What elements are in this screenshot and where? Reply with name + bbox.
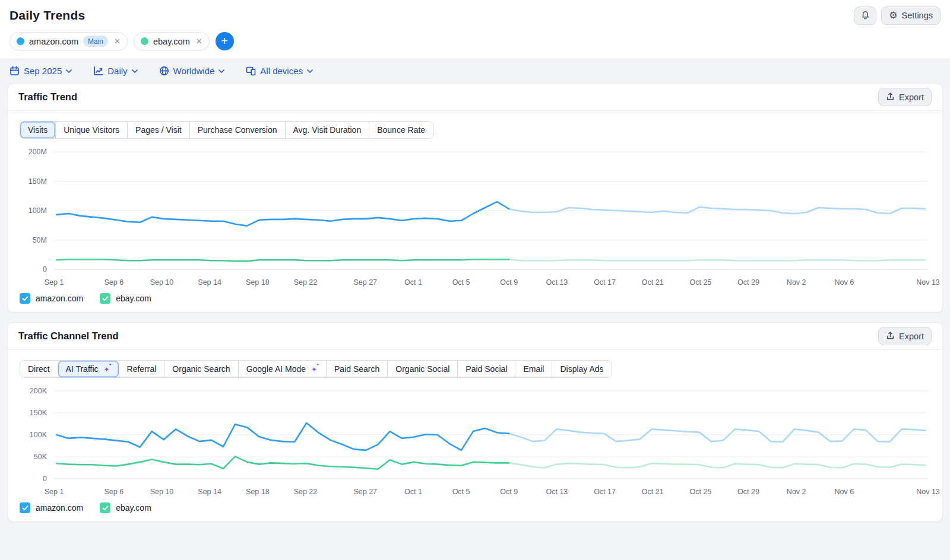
domain-chip[interactable]: ebay.com ✕ — [134, 32, 210, 50]
tab-label: Organic Search — [172, 364, 230, 374]
series-line-amazon.com — [56, 202, 509, 226]
legend-item[interactable]: ebay.com — [100, 502, 151, 513]
x-axis-tick: Sep 22 — [294, 278, 318, 287]
filter-label: Sep 2025 — [24, 66, 62, 76]
tab-organic-social[interactable]: Organic Social — [387, 361, 457, 377]
tab-unique-visitors[interactable]: Unique Visitors — [55, 122, 127, 138]
daily-trends-page: Daily Trends ⚙ Settings amazon.com Main … — [0, 0, 950, 522]
export-label: Export — [899, 332, 924, 341]
x-axis-tick: Sep 6 — [104, 278, 124, 287]
plus-icon: + — [221, 35, 228, 47]
x-axis-tick: Oct 29 — [737, 278, 759, 287]
series-line-ebay.com — [56, 259, 509, 261]
filter-dropdown[interactable]: Daily — [93, 66, 137, 76]
add-domain-button[interactable]: + — [216, 32, 234, 50]
filter-label: All devices — [260, 66, 303, 76]
traffic-trend-chart: 050M100M150M200M Sep 1Sep 6Sep 10Sep 14S… — [8, 146, 942, 289]
y-axis-tick: 150M — [28, 177, 47, 186]
x-axis-tick: Oct 1 — [404, 278, 422, 287]
series-line-ebay.com — [509, 259, 926, 260]
tab-label: Paid Social — [466, 364, 507, 374]
x-axis-tick: Oct 5 — [452, 488, 470, 496]
traffic-channel-trend-chart: 050K100K150K200K Sep 1Sep 6Sep 10Sep 14S… — [8, 385, 942, 499]
x-axis-tick: Sep 1 — [45, 488, 64, 496]
devices-icon — [246, 66, 256, 76]
legend-item[interactable]: ebay.com — [100, 293, 151, 304]
x-axis-tick: Oct 9 — [500, 278, 518, 287]
x-axis: Sep 1Sep 6Sep 10Sep 14Sep 18Sep 22Sep 27… — [54, 274, 928, 289]
page-header: Daily Trends ⚙ Settings amazon.com Main … — [0, 0, 950, 58]
filters-bar: Sep 2025 Daily Worldwide All devices — [0, 58, 950, 83]
tab-label: Email — [523, 364, 544, 374]
series-line-amazon.com — [509, 429, 926, 441]
tab-purchase-conversion[interactable]: Purchase Conversion — [189, 122, 285, 138]
traffic-trend-card: Traffic Trend Export Visits Unique Visit… — [7, 83, 943, 313]
tab-paid-social[interactable]: Paid Social — [457, 361, 515, 377]
chart-plot-area[interactable] — [54, 146, 928, 274]
chevron-down-icon — [307, 69, 313, 73]
x-axis-tick: Sep 14 — [198, 278, 221, 287]
y-axis-tick: 150K — [30, 408, 47, 418]
tab-bounce-rate[interactable]: Bounce Rate — [369, 122, 433, 138]
tab-visits[interactable]: Visits — [20, 122, 55, 138]
traffic-channel-trend-card: Traffic Channel Trend Export Direct AI T… — [7, 322, 943, 522]
tab-label: Paid Search — [334, 364, 379, 374]
export-icon — [886, 331, 895, 342]
x-axis-tick: Oct 17 — [594, 278, 616, 287]
x-axis-tick: Oct 13 — [546, 488, 568, 496]
series-line-amazon.com — [56, 423, 509, 450]
ai-sparkle-icon: ✦✦ — [103, 365, 111, 373]
export-button[interactable]: Export — [878, 88, 932, 106]
legend-label: ebay.com — [116, 503, 151, 513]
series-line-ebay.com — [509, 463, 926, 467]
domain-chips-row: amazon.com Main ✕ ebay.com ✕ + — [10, 32, 940, 50]
x-axis-tick: Nov 2 — [787, 278, 806, 287]
x-axis-tick: Nov 2 — [787, 488, 806, 496]
x-axis-tick: Oct 17 — [594, 488, 616, 496]
legend-label: amazon.com — [36, 503, 83, 513]
filter-dropdown[interactable]: All devices — [246, 66, 313, 76]
tab-pages-visit[interactable]: Pages / Visit — [127, 122, 189, 138]
tab-ai-traffic[interactable]: AI Traffic ✦✦ — [58, 361, 119, 377]
notifications-button[interactable] — [854, 7, 876, 25]
checkbox-icon[interactable] — [20, 293, 30, 304]
x-axis-tick: Sep 27 — [353, 488, 377, 496]
filter-dropdown[interactable]: Sep 2025 — [10, 66, 72, 76]
tab-organic-search[interactable]: Organic Search — [164, 361, 238, 377]
tab-display-ads[interactable]: Display Ads — [552, 361, 611, 377]
x-axis-tick: Nov 13 — [916, 278, 940, 287]
remove-domain-button[interactable]: ✕ — [113, 37, 121, 45]
checkbox-icon[interactable] — [100, 293, 110, 304]
domain-color-dot — [141, 37, 148, 45]
tab-label: Referral — [127, 364, 157, 374]
x-axis-tick: Oct 29 — [737, 488, 759, 496]
tab-google-ai-mode[interactable]: Google AI Mode ✦✦ — [238, 361, 326, 377]
y-axis-tick: 100K — [30, 430, 47, 440]
tab-email[interactable]: Email — [515, 361, 552, 377]
tab-avg-visit-duration[interactable]: Avg. Visit Duration — [285, 122, 369, 138]
legend-item[interactable]: amazon.com — [20, 502, 83, 513]
filter-dropdown[interactable]: Worldwide — [159, 66, 225, 76]
remove-domain-button[interactable]: ✕ — [195, 37, 202, 45]
x-axis-tick: Oct 5 — [452, 278, 470, 287]
checkbox-icon[interactable] — [100, 502, 110, 513]
x-axis-tick: Oct 25 — [689, 278, 711, 287]
x-axis-tick: Nov 13 — [916, 488, 940, 496]
export-button[interactable]: Export — [878, 327, 932, 345]
tab-paid-search[interactable]: Paid Search — [326, 361, 387, 377]
settings-button[interactable]: ⚙ Settings — [881, 7, 940, 25]
tab-label: Purchase Conversion — [198, 125, 277, 135]
chevron-down-icon — [218, 69, 224, 73]
chart-plot-area[interactable] — [54, 385, 928, 483]
legend-item[interactable]: amazon.com — [20, 293, 83, 304]
tab-label: Visits — [28, 125, 48, 135]
domain-chip[interactable]: amazon.com Main ✕ — [10, 32, 128, 50]
chevron-down-icon — [132, 69, 138, 73]
checkbox-icon[interactable] — [20, 502, 30, 513]
gear-icon: ⚙ — [889, 11, 897, 20]
tab-referral[interactable]: Referral — [119, 361, 164, 377]
metric-tabs: Visits Unique Visitors Pages / Visit Pur… — [20, 121, 433, 139]
y-axis-tick: 100M — [28, 206, 47, 215]
tab-direct[interactable]: Direct — [20, 361, 58, 377]
tab-label: Bounce Rate — [377, 125, 425, 135]
